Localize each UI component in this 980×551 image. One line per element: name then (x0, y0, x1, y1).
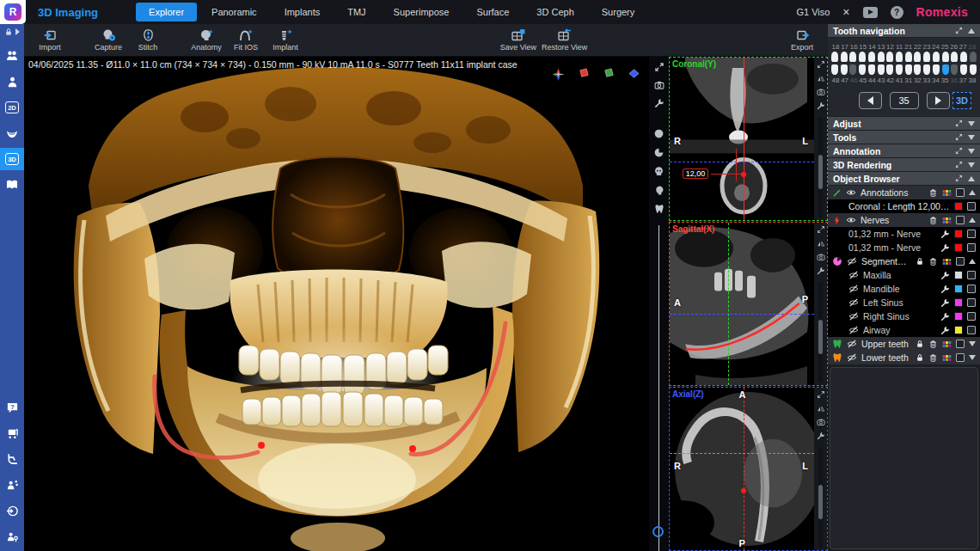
annotation-item-row[interactable]: Coronal : Length 12,00 mm (828, 199, 980, 213)
select-checkbox[interactable] (967, 202, 976, 211)
3d-rendering-panel-header[interactable]: 3D Rendering (828, 158, 980, 171)
select-checkbox[interactable] (956, 353, 965, 362)
sidebar-item-patient[interactable] (0, 70, 24, 93)
capture-button[interactable]: Capture (91, 28, 126, 52)
romexis-logo[interactable]: R (0, 0, 26, 24)
segmented-objects-row[interactable]: Segmented o... (828, 254, 980, 268)
tooth-24[interactable] (933, 52, 940, 62)
tooth-38[interactable] (970, 64, 977, 75)
tooth-17[interactable] (841, 52, 848, 62)
tooth-46[interactable] (849, 64, 856, 75)
tooth-34[interactable] (933, 64, 940, 75)
flip-icon[interactable] (817, 239, 825, 248)
select-checkbox[interactable] (967, 285, 976, 293)
expand-icon[interactable] (968, 135, 975, 140)
tooth-48[interactable] (831, 64, 838, 75)
visibility-off-icon[interactable] (848, 284, 859, 294)
annotation-panel-header[interactable]: Annotation (828, 144, 980, 157)
coronal-scrollbar[interactable] (818, 117, 823, 217)
tooth-32[interactable] (914, 64, 921, 75)
tooth-12[interactable] (886, 52, 893, 62)
tooth-37[interactable] (960, 64, 967, 75)
tooth-27[interactable] (960, 52, 967, 62)
flip-icon[interactable] (817, 404, 825, 413)
select-checkbox[interactable] (967, 230, 976, 238)
delete-icon[interactable] (928, 188, 938, 198)
color-swatch[interactable] (954, 298, 963, 307)
color-palette-icon[interactable] (942, 216, 952, 225)
view-settings-icon[interactable] (654, 98, 665, 108)
import-button[interactable]: Import (33, 28, 67, 52)
color-swatch[interactable] (954, 312, 963, 321)
tab-tmj[interactable]: TMJ (334, 3, 378, 21)
tooth-25[interactable] (942, 52, 949, 62)
sidebar-item-2d[interactable]: 2D (0, 96, 24, 119)
anatomy-button[interactable]: Anatomy (189, 28, 224, 52)
expand-panel-icon[interactable] (955, 174, 963, 182)
nerve-item-row[interactable]: 01,32 mm - Nerve (828, 227, 980, 241)
tooth-43[interactable] (878, 64, 885, 75)
snapshot-icon[interactable] (817, 88, 825, 96)
delete-icon[interactable] (928, 257, 938, 266)
expand-icon[interactable] (968, 149, 975, 154)
axial-crosshair-horizontal[interactable] (670, 453, 814, 454)
skull-3d-render[interactable] (24, 57, 649, 551)
snapshot-icon[interactable] (817, 253, 825, 261)
segment-row-left-sinus[interactable]: Left Sinus (828, 296, 980, 309)
expand-panel-icon[interactable] (955, 119, 963, 127)
sidebar-item-clinic-network[interactable] (0, 474, 24, 496)
sidebar-item-cases[interactable] (0, 174, 24, 196)
select-checkbox[interactable] (967, 312, 976, 321)
lock-icon[interactable] (4, 28, 13, 36)
tooth-14[interactable] (868, 52, 875, 62)
collapse-icon[interactable] (968, 28, 975, 34)
segment-row-maxilla[interactable]: Maxilla (828, 268, 980, 282)
settings-icon[interactable] (817, 432, 825, 440)
export-button[interactable]: Export (785, 28, 819, 52)
sidebar-item-help[interactable]: ? (0, 396, 24, 419)
color-swatch[interactable] (954, 243, 963, 252)
settings-wrench-icon[interactable] (940, 312, 950, 321)
render-threshold-handle[interactable] (652, 526, 664, 537)
snapshot-icon[interactable] (654, 80, 665, 90)
segment-row-right-sinus[interactable]: Right Sinus (828, 309, 980, 323)
previous-tooth-button[interactable] (859, 92, 882, 109)
expand-icon[interactable] (817, 60, 825, 69)
settings-wrench-icon[interactable] (940, 326, 950, 335)
render-threshold-slider[interactable] (658, 225, 659, 551)
settings-wrench-icon[interactable] (940, 243, 950, 253)
tooth-33[interactable] (923, 64, 930, 75)
save-view-button[interactable]: Save View (500, 28, 536, 52)
axial-slice-image[interactable] (670, 388, 814, 550)
render-preset-soft-tissue-icon[interactable] (653, 128, 665, 139)
settings-icon[interactable] (817, 101, 825, 110)
tooth-16[interactable] (849, 52, 856, 62)
implant-button[interactable]: Implant (268, 28, 303, 52)
expand-icon[interactable] (817, 390, 825, 399)
select-checkbox[interactable] (967, 298, 976, 307)
visibility-eye-icon[interactable] (846, 215, 856, 225)
tooth-47[interactable] (841, 64, 848, 75)
stitch-button[interactable]: Stitch (131, 28, 165, 52)
expand-panel-icon[interactable] (955, 133, 963, 141)
coronal-plane-icon[interactable] (578, 67, 591, 80)
fit-ios-button[interactable]: Fit IOS (229, 28, 263, 52)
snapshot-icon[interactable] (817, 418, 825, 426)
tooth-23[interactable] (923, 52, 930, 62)
select-checkbox[interactable] (967, 326, 976, 334)
delete-icon[interactable] (928, 216, 938, 225)
volume-3d-view[interactable]: 04/06/2025 11.35 - Ø11.0 × 11.0 cm (734 … (24, 57, 649, 551)
flip-icon[interactable] (817, 74, 825, 83)
render-preset-teeth-icon[interactable] (654, 204, 665, 214)
3d-mode-button[interactable]: 3D (952, 92, 971, 109)
tab-surgery[interactable]: Surgery (589, 3, 648, 21)
visibility-off-icon[interactable] (848, 297, 859, 308)
tab-superimpose[interactable]: Superimpose (381, 3, 462, 21)
tooth-41[interactable] (896, 64, 903, 75)
sidebar-expand-icon[interactable] (15, 28, 20, 35)
sidebar-item-sign-in[interactable] (0, 499, 24, 522)
tab-surface[interactable]: Surface (463, 3, 522, 21)
adjust-panel-header[interactable]: Adjust (828, 117, 980, 130)
tooth-26[interactable] (951, 52, 958, 62)
tooth-13[interactable] (878, 52, 885, 62)
